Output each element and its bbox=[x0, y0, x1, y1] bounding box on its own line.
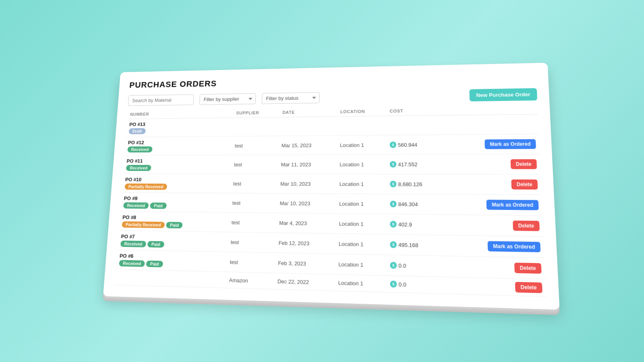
status-badge: Received bbox=[126, 165, 151, 171]
dollar-icon: $ bbox=[390, 241, 397, 248]
cost-cell: $0.0 bbox=[387, 276, 451, 294]
status-badge: Received bbox=[123, 202, 149, 209]
cost-cell: $8,680.126 bbox=[386, 174, 449, 194]
supplier-cell: test bbox=[230, 174, 278, 193]
col-actions bbox=[447, 104, 538, 115]
supplier-cell: test bbox=[231, 154, 278, 174]
date-cell: Dec 22, 2022 bbox=[274, 273, 335, 291]
delete-button[interactable]: Delete bbox=[511, 179, 538, 189]
new-purchase-order-button[interactable]: New Purchase Order bbox=[469, 88, 537, 101]
status-badge: Partially Received bbox=[124, 183, 167, 190]
dollar-icon: $ bbox=[390, 200, 397, 207]
status-badge: Paid bbox=[150, 202, 167, 209]
location-cell: Location 1 bbox=[335, 254, 386, 276]
po-number: PO #9 bbox=[124, 195, 138, 201]
location-cell: Location 1 bbox=[335, 274, 387, 292]
delete-button[interactable]: Delete bbox=[510, 159, 537, 169]
delete-button[interactable]: Delete bbox=[514, 262, 542, 273]
dollar-icon: $ bbox=[390, 280, 397, 287]
location-cell: Location 1 bbox=[335, 233, 387, 255]
cost-cell: $402.9 bbox=[387, 214, 450, 235]
cost-value: 0.0 bbox=[398, 262, 406, 268]
cost-cell: $417.552 bbox=[386, 154, 448, 174]
cost-value: 495.168 bbox=[398, 241, 419, 248]
table-row: PO #12ReceivedtestMar 15, 2023Location 1… bbox=[124, 134, 540, 155]
cost-cell: $846.304 bbox=[386, 194, 449, 214]
cost-value: 8,680.126 bbox=[398, 181, 422, 187]
status-badge: Received bbox=[120, 241, 147, 247]
search-input[interactable] bbox=[128, 94, 194, 106]
location-cell: Location 1 bbox=[336, 174, 387, 193]
toolbar: Filter by supplier Filter by status New … bbox=[128, 88, 537, 106]
po-number: PO #6 bbox=[120, 253, 134, 259]
supplier-cell bbox=[232, 117, 279, 136]
filter-supplier-select[interactable]: Filter by supplier bbox=[199, 93, 256, 105]
supplier-cell: test bbox=[226, 252, 275, 273]
page-title: PURCHASE ORDERS bbox=[129, 72, 537, 90]
supplier-cell: test bbox=[228, 212, 276, 232]
po-number: PO #11 bbox=[126, 158, 143, 164]
mark-as-ordered-button[interactable]: Mark as Ordered bbox=[487, 200, 539, 210]
date-cell: Mar 10, 2023 bbox=[277, 174, 336, 193]
col-number: NUMBER bbox=[127, 108, 233, 119]
po-number: PO #8 bbox=[122, 214, 136, 220]
cost-cell: $495.168 bbox=[387, 234, 450, 256]
location-cell: Location 1 bbox=[336, 154, 387, 174]
location-cell bbox=[337, 116, 386, 136]
purchase-orders-table: NUMBER SUPPLIER DATE LOCATION COST PO #1… bbox=[114, 104, 546, 296]
mark-as-ordered-button[interactable]: Mark as Ordered bbox=[488, 241, 541, 252]
status-badge: Partially Received bbox=[122, 221, 165, 228]
cost-value: 846.304 bbox=[398, 201, 418, 207]
po-number: PO #12 bbox=[128, 140, 144, 145]
cost-value: 560.944 bbox=[398, 142, 417, 148]
location-cell: Location 1 bbox=[336, 135, 386, 154]
supplier-cell: test bbox=[227, 232, 276, 252]
col-cost: COST bbox=[386, 105, 448, 116]
col-location: LOCATION bbox=[337, 106, 386, 116]
col-date: DATE bbox=[279, 107, 337, 117]
cost-cell: $0.0 bbox=[387, 255, 451, 277]
delete-button[interactable]: Delete bbox=[513, 220, 540, 231]
date-cell: Mar 11, 2023 bbox=[277, 154, 336, 174]
location-cell: Location 1 bbox=[336, 193, 386, 214]
po-number: PO #13 bbox=[129, 121, 146, 127]
dollar-icon: $ bbox=[390, 181, 396, 187]
cost-value: 417.552 bbox=[398, 161, 417, 167]
cost-value: 0.0 bbox=[398, 281, 406, 288]
dollar-icon: $ bbox=[390, 141, 396, 148]
table-row: PO #11ReceivedtestMar 11, 2023Location 1… bbox=[123, 154, 541, 174]
date-cell: Mar 15, 2023 bbox=[278, 135, 337, 154]
date-cell: Feb 12, 2023 bbox=[275, 232, 336, 254]
po-number: PO #10 bbox=[125, 177, 142, 182]
date-cell: Mar 10, 2023 bbox=[277, 193, 336, 213]
supplier-cell: Amazon bbox=[225, 272, 275, 289]
table-row: PO #10Partially ReceivedtestMar 10, 2023… bbox=[122, 174, 542, 195]
supplier-cell: test bbox=[229, 193, 277, 213]
delete-button[interactable]: Delete bbox=[515, 282, 542, 293]
supplier-cell: test bbox=[231, 136, 279, 154]
dollar-icon: $ bbox=[390, 262, 397, 269]
col-supplier: SUPPLIER bbox=[233, 108, 279, 117]
cost-cell: $560.944 bbox=[386, 134, 448, 154]
cost-value: 402.9 bbox=[398, 221, 412, 227]
filter-status-select[interactable]: Filter by status bbox=[262, 92, 320, 104]
cost-cell bbox=[386, 115, 448, 135]
status-badge: Paid bbox=[147, 241, 164, 248]
status-badge: Paid bbox=[166, 222, 183, 228]
status-badge: Paid bbox=[146, 260, 163, 267]
status-badge: Draft bbox=[129, 128, 146, 134]
status-badge: Received bbox=[127, 146, 153, 152]
date-cell bbox=[279, 116, 337, 136]
dollar-icon: $ bbox=[390, 221, 397, 228]
mark-as-ordered-button[interactable]: Mark as Ordered bbox=[485, 139, 536, 149]
location-cell: Location 1 bbox=[336, 213, 387, 234]
date-cell: Mar 4, 2023 bbox=[276, 213, 336, 233]
po-number: PO #7 bbox=[121, 233, 135, 239]
date-cell: Feb 3, 2023 bbox=[275, 253, 335, 274]
status-badge: Received bbox=[119, 260, 145, 267]
purchase-orders-card: PURCHASE ORDERS Filter by supplier Filte… bbox=[103, 62, 559, 309]
dollar-icon: $ bbox=[390, 161, 396, 167]
